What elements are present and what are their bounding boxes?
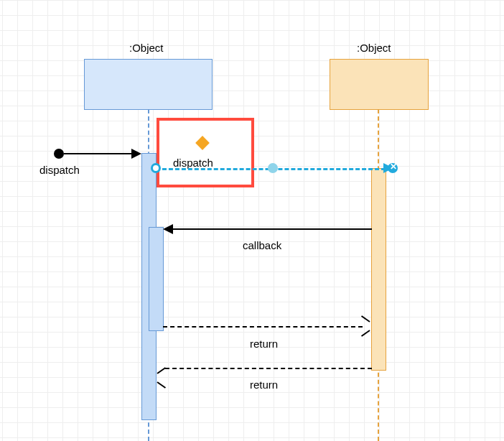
selection-end-handle[interactable]: ✕ xyxy=(388,163,398,173)
return-inner-arrowhead-icon xyxy=(361,321,371,331)
object1-label: :Object xyxy=(129,42,164,54)
return-outer-arrow[interactable] xyxy=(165,368,372,369)
return-outer-label[interactable]: return xyxy=(250,379,278,391)
return-inner-label[interactable]: return xyxy=(250,338,278,350)
diagram-canvas[interactable]: :Object :Object dispatch dispatch ✕ call… xyxy=(0,0,504,441)
selection-mid-handle[interactable] xyxy=(268,163,278,173)
dispatch-label[interactable]: dispatch xyxy=(173,157,213,169)
return-inner-arrow[interactable] xyxy=(163,326,363,328)
found-dispatch-arrowhead-icon xyxy=(131,149,141,159)
selection-bounding-box[interactable] xyxy=(157,118,254,187)
selection-start-handle[interactable] xyxy=(151,163,161,173)
close-icon: ✕ xyxy=(390,162,397,172)
object2-head[interactable] xyxy=(330,59,429,110)
object1-activation-inner[interactable] xyxy=(149,227,164,331)
return-outer-arrowhead-icon xyxy=(156,373,166,383)
callback-label[interactable]: callback xyxy=(243,239,281,251)
found-dispatch-arrow[interactable] xyxy=(64,153,133,154)
object2-activation[interactable] xyxy=(371,168,386,371)
found-dispatch-label[interactable]: dispatch xyxy=(39,164,80,176)
callback-arrow[interactable] xyxy=(172,228,372,230)
object1-head[interactable] xyxy=(84,59,213,110)
object2-label: :Object xyxy=(357,42,391,54)
callback-arrowhead-icon xyxy=(163,224,173,234)
found-message-origin-icon xyxy=(54,149,64,159)
